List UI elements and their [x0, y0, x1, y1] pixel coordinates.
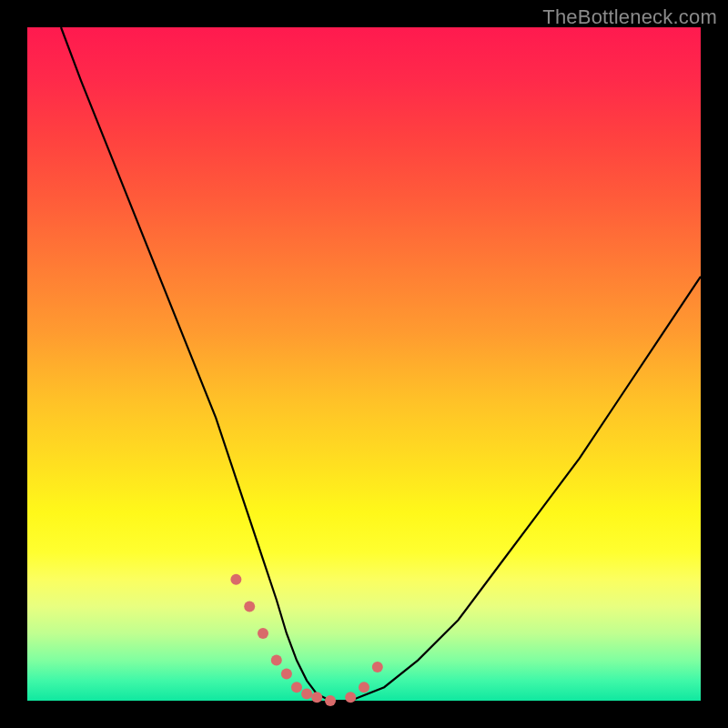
plot-area: [27, 27, 701, 701]
bottleneck-curve-path: [61, 27, 701, 701]
valley-dot: [291, 682, 302, 693]
chart-svg: [27, 27, 701, 701]
valley-dot: [258, 628, 268, 639]
valley-dot: [244, 601, 255, 612]
valley-dot: [281, 668, 292, 679]
valley-dot: [372, 662, 383, 672]
valley-dot: [325, 695, 336, 706]
watermark-text: TheBottleneck.com: [542, 5, 717, 29]
chart-frame: TheBottleneck.com: [0, 0, 728, 728]
valley-dot: [311, 692, 322, 703]
curve-marker-dots: [230, 574, 382, 706]
valley-dot: [230, 574, 241, 585]
valley-dot: [345, 692, 356, 703]
valley-dot: [359, 682, 369, 693]
valley-dot: [301, 689, 312, 700]
valley-dot: [271, 655, 282, 666]
